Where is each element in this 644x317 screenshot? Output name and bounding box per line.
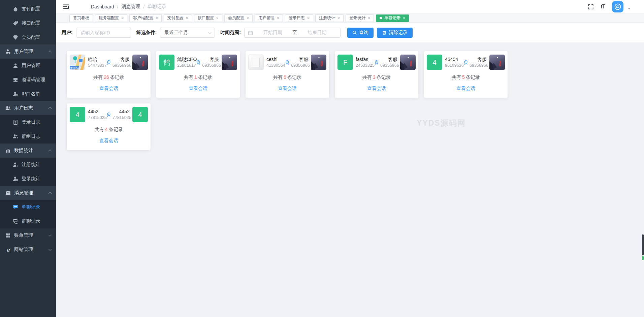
user-avatar-letter: 鸽 xyxy=(159,55,174,70)
breadcrumb-dashboard[interactable]: Dashboard xyxy=(91,4,114,9)
tab-server-config[interactable]: 服务端配置× xyxy=(95,14,127,22)
close-icon[interactable]: × xyxy=(337,16,340,20)
chat-record-card: 4 445277815025 445277815025 4 共有4条记录 查看会… xyxy=(67,103,151,150)
close-icon[interactable]: × xyxy=(121,16,124,20)
breadcrumb-current: 单聊记录 xyxy=(148,4,166,10)
user-id: 41380564 xyxy=(266,63,284,68)
sidebar-section-website[interactable]: e网站管理 xyxy=(0,243,56,257)
close-icon[interactable]: × xyxy=(403,16,405,20)
chevron-down-icon xyxy=(208,31,212,34)
search-button[interactable]: 查询 xyxy=(347,28,374,38)
tab-register-stats[interactable]: 注册统计× xyxy=(315,14,344,22)
sidebar-section-billing[interactable]: 账单管理 xyxy=(0,228,56,243)
sidebar-item-api-config[interactable]: 接口配置 xyxy=(0,16,56,30)
view-session-link[interactable]: 查看会话 xyxy=(427,86,505,92)
user-avatar-photo xyxy=(248,55,264,70)
main-area: Dashboard / 消息管理 / 单聊记录 tT xyxy=(56,0,644,317)
end-date-placeholder[interactable]: 结束日期 xyxy=(297,30,337,36)
breadcrumb-separator: / xyxy=(117,4,119,9)
view-session-link[interactable]: 查看会话 xyxy=(159,86,237,92)
tag-icon xyxy=(13,21,18,26)
bar-chart-icon xyxy=(5,148,11,153)
sidebar-item-ip-whitelist[interactable]: IP白名单 xyxy=(0,87,56,101)
trash-icon xyxy=(382,30,387,35)
sidebar-item-invite-code[interactable]: 邀请码管理 xyxy=(0,73,56,87)
condition-select[interactable]: 最近三个月 xyxy=(160,28,215,38)
fullscreen-icon[interactable] xyxy=(588,4,594,10)
user-avatar-photo xyxy=(222,55,237,70)
sidebar-section-user-logs[interactable]: 用户日志 xyxy=(0,101,56,115)
user-avatar[interactable] xyxy=(612,1,623,12)
session-link-icon xyxy=(374,60,379,65)
sidebar: 支付配置 接口配置 会员配置 用户管理 用户管理 邀请码管理 IP白名单 用户日… xyxy=(0,0,56,317)
sidebar-item-group-chat-records[interactable]: 群聊记录 xyxy=(0,214,56,228)
font-size-icon[interactable]: tT xyxy=(601,4,605,10)
tab-member-config[interactable]: 会员配置× xyxy=(224,14,253,22)
tab-single-chat-records[interactable]: 单聊记录× xyxy=(376,14,409,22)
sidebar-section-data-stats[interactable]: 数据统计 xyxy=(0,144,56,158)
caret-down-icon[interactable] xyxy=(628,8,631,9)
diamond-icon xyxy=(13,35,18,40)
chevron-up-icon xyxy=(49,150,52,153)
sidebar-item-payment-config[interactable]: 支付配置 xyxy=(0,2,56,16)
user-id: 69356966 xyxy=(112,63,130,68)
user-id: 25801617 xyxy=(177,63,195,68)
close-icon[interactable]: × xyxy=(186,16,188,20)
tab-client-config[interactable]: 客户端配置× xyxy=(129,14,162,22)
user-name: 客服 xyxy=(112,56,130,63)
tab-api-config[interactable]: 接口配置× xyxy=(194,14,222,22)
breadcrumb-message-management[interactable]: 消息管理 xyxy=(121,4,140,10)
close-icon[interactable]: × xyxy=(247,16,249,20)
tab-login-stats[interactable]: 登录统计× xyxy=(346,14,374,22)
user-gear-icon xyxy=(5,49,11,54)
tab-user-management[interactable]: 用户管理× xyxy=(255,14,283,22)
user-name: 客服 xyxy=(202,56,219,63)
user-avatar-letter: F xyxy=(337,55,353,70)
tabs-bar: 首页看板 服务端配置× 客户端配置× 支付配置× 接口配置× 会员配置× 用户管… xyxy=(56,13,644,23)
view-session-link[interactable]: 查看会话 xyxy=(337,86,416,92)
close-icon[interactable]: × xyxy=(368,16,370,20)
start-date-placeholder[interactable]: 开始日期 xyxy=(253,30,293,36)
view-session-link[interactable]: 查看会话 xyxy=(70,138,148,144)
sidebar-item-login-logs[interactable]: 登录日志 xyxy=(0,115,56,129)
sidebar-section-message-management[interactable]: 消息管理 xyxy=(0,186,56,200)
sidebar-item-group-logs[interactable]: 群组日志 xyxy=(0,129,56,144)
user-name: 客服 xyxy=(380,56,397,63)
user-avatar-photo xyxy=(489,55,505,70)
sidebar-item-register-stats[interactable]: 注册统计 xyxy=(0,158,56,172)
close-icon[interactable]: × xyxy=(307,16,310,20)
user-name: 客服 xyxy=(470,56,487,63)
svg-text:龙山汽车: 龙山汽车 xyxy=(70,67,80,69)
users-icon xyxy=(5,105,11,111)
content-area: 龙山汽车 哈哈54473837 客服69356966 共有26条记录 查看会话 xyxy=(56,42,644,317)
sidebar-section-user-management[interactable]: 用户管理 xyxy=(0,44,56,59)
close-icon[interactable]: × xyxy=(277,16,279,20)
user-search-input[interactable] xyxy=(76,28,131,38)
close-icon[interactable]: × xyxy=(156,16,158,20)
tab-home-board[interactable]: 首页看板 xyxy=(69,14,93,22)
user-avatar-letter: 4 xyxy=(132,107,148,122)
user-id: 24633325 xyxy=(356,63,373,68)
topbar: Dashboard / 消息管理 / 单聊记录 tT xyxy=(56,0,644,13)
record-count: 共有4条记录 xyxy=(70,127,148,133)
sidebar-item-login-stats[interactable]: 登录统计 xyxy=(0,172,56,186)
date-range-picker[interactable]: 开始日期 至 结束日期 xyxy=(244,28,341,38)
page-scrollbar[interactable] xyxy=(642,0,644,317)
sidebar-item-single-chat-records[interactable]: 单聊记录 xyxy=(0,200,56,214)
close-icon[interactable]: × xyxy=(216,16,219,20)
user-avatar-photo xyxy=(311,55,326,70)
sidebar-item-member-config[interactable]: 会员配置 xyxy=(0,30,56,44)
sidebar-item-user-management[interactable]: 用户管理 xyxy=(0,59,56,73)
session-link-icon xyxy=(106,60,111,65)
view-session-link[interactable]: 查看会话 xyxy=(248,86,326,92)
scrollbar-thumb[interactable] xyxy=(642,234,644,255)
tab-login-logs[interactable]: 登录日志× xyxy=(285,14,313,22)
user-name: 45454 xyxy=(445,56,462,63)
tab-payment-config[interactable]: 支付配置× xyxy=(164,14,192,22)
view-session-link[interactable]: 查看会话 xyxy=(70,86,148,92)
menu-fold-icon[interactable] xyxy=(63,3,69,10)
document-icon xyxy=(13,120,18,125)
record-count: 共有6条记录 xyxy=(248,74,326,81)
clear-records-button[interactable]: 清除记录 xyxy=(377,28,413,38)
calendar-icon xyxy=(248,30,253,35)
